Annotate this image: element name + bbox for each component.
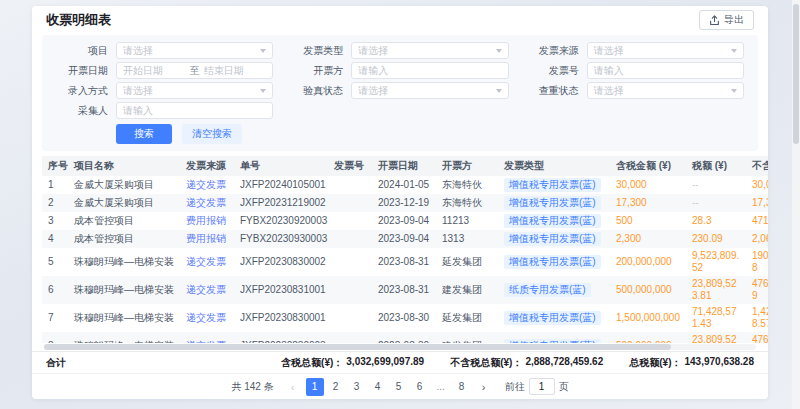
cell-source: 递交发票 <box>180 176 234 194</box>
invoice-source-label: 发票来源 <box>527 44 579 58</box>
invoice-table-scroll-area[interactable]: 序号项目名称发票来源单号发票号开票日期开票方发票类型含税金额 (¥)税额 (¥)… <box>32 156 768 343</box>
page-button-8[interactable]: 8 <box>453 378 471 396</box>
column-header-net: 不含税金额 (¥) <box>746 156 768 176</box>
next-page-button[interactable]: › <box>476 378 492 396</box>
page-button-6[interactable]: 6 <box>411 378 429 396</box>
cell-tax: 230.09 <box>686 230 746 248</box>
cell-project: 珠穆朗玛峰—电梯安装 <box>68 304 180 332</box>
cell-amount: 17,300 <box>610 194 686 212</box>
table-row[interactable]: 6珠穆朗玛峰—电梯安装递交发票JXFP202308310012023-08-31… <box>42 276 768 304</box>
vertical-scrollbar[interactable] <box>792 0 800 409</box>
cell-invoice_no <box>328 194 372 212</box>
table-row[interactable]: 1金威大厦采购项目递交发票JXFP202401050012024-01-05东海… <box>42 176 768 194</box>
collector-input-wrap <box>116 102 273 119</box>
invoice-no-label: 发票号 <box>527 64 579 78</box>
summary-item: 含税总额(¥)：3,032,699,097.89 <box>281 356 424 370</box>
cell-project: 金威大厦采购项目 <box>68 194 180 212</box>
invoice-type-tag: 增值税专用发票(蓝) <box>504 232 601 246</box>
search-button[interactable]: 搜索 <box>116 124 172 144</box>
page-button-4[interactable]: 4 <box>369 378 387 396</box>
vertical-scrollbar-thumb[interactable] <box>793 4 799 144</box>
page-button-5[interactable]: 5 <box>390 378 408 396</box>
table-row[interactable]: 8珠穆朗玛峰—电梯安装递交发票JXFP202308300032023-08-30… <box>42 332 768 343</box>
cell-issuer: 11213 <box>436 212 498 230</box>
chevron-down-icon <box>260 49 266 53</box>
cell-invoice_no <box>328 248 372 276</box>
cell-date: 2024-01-05 <box>372 176 436 194</box>
cell-order_no: JXFP20230830002 <box>234 248 328 276</box>
cell-net: 190,476,190.48 <box>746 248 768 276</box>
table-row[interactable]: 3成本管控项目费用报销FYBX202309200032023-09-041121… <box>42 212 768 230</box>
pagination-bar: 共 142 条 ‹ 123456...8 › 前往 页 <box>32 373 768 399</box>
cell-source: 递交发票 <box>180 248 234 276</box>
cell-type: 增值税专用发票(蓝) <box>498 212 610 230</box>
collector-input[interactable] <box>123 105 266 116</box>
issuer-field: 开票方 <box>291 62 508 79</box>
page-button-2[interactable]: 2 <box>327 378 345 396</box>
collector-label: 采集人 <box>56 104 108 118</box>
dup-status-label: 查重状态 <box>527 84 579 98</box>
verify-status-field: 验真状态 请选择 <box>291 82 508 99</box>
cell-amount: 200,000,000 <box>610 248 686 276</box>
cell-source: 费用报销 <box>180 212 234 230</box>
date-start-input[interactable] <box>123 65 186 76</box>
summary-item: 总税额(¥)：143,970,638.28 <box>629 356 754 370</box>
cell-type: 增值税专用发票(蓝) <box>498 304 610 332</box>
invoice-no-field: 发票号 <box>527 62 744 79</box>
table-row[interactable]: 4成本管控项目费用报销FYBX202309300032023-09-041313… <box>42 230 768 248</box>
clear-search-button[interactable]: 清空搜索 <box>182 124 242 144</box>
cell-project: 成本管控项目 <box>68 212 180 230</box>
entry-method-field: 录入方式 请选择 <box>56 82 273 99</box>
invoice-type-select[interactable]: 请选择 <box>351 42 508 59</box>
goto-page-input[interactable] <box>529 378 555 395</box>
cell-order_no: FYBX20230930003 <box>234 230 328 248</box>
cell-source: 递交发票 <box>180 304 234 332</box>
date-end-input[interactable] <box>204 65 267 76</box>
cell-invoice_no <box>328 230 372 248</box>
export-icon <box>709 15 720 26</box>
cell-type: 增值税专用发票(蓝) <box>498 332 610 343</box>
cell-project: 金威大厦采购项目 <box>68 176 180 194</box>
issuer-input[interactable] <box>358 65 501 76</box>
page-ellipsis[interactable]: ... <box>432 378 450 396</box>
page-button-1[interactable]: 1 <box>306 378 324 396</box>
cell-order_no: JXFP20230831001 <box>234 276 328 304</box>
table-header-row: 序号项目名称发票来源单号发票号开票日期开票方发票类型含税金额 (¥)税额 (¥)… <box>42 156 768 176</box>
cell-project: 珠穆朗玛峰—电梯安装 <box>68 276 180 304</box>
table-row[interactable]: 5珠穆朗玛峰—电梯安装递交发票JXFP202308300022023-08-31… <box>42 248 768 276</box>
cell-order_no: FYBX20230920003 <box>234 212 328 230</box>
invoice-date-range[interactable]: 至 <box>116 62 273 79</box>
entry-method-select[interactable]: 请选择 <box>116 82 273 99</box>
cell-invoice_no <box>328 212 372 230</box>
cell-no: 4 <box>42 230 68 248</box>
cell-date: 2023-08-30 <box>372 332 436 343</box>
table-body: 1金威大厦采购项目递交发票JXFP202401050012024-01-05东海… <box>42 176 768 343</box>
cell-net: 30,000 <box>746 176 768 194</box>
cell-source: 递交发票 <box>180 332 234 343</box>
invoice-source-select[interactable]: 请选择 <box>587 42 744 59</box>
project-select[interactable]: 请选择 <box>116 42 273 59</box>
main-panel: 收票明细表 导出 项目 请选择 发票类型 请选择 <box>32 6 768 399</box>
dup-status-select[interactable]: 请选择 <box>587 82 744 99</box>
entry-method-label: 录入方式 <box>56 84 108 98</box>
horizontal-scrollbar[interactable] <box>44 344 756 350</box>
summary-totals: 含税总额(¥)：3,032,699,097.89不含税总额(¥)：2,888,7… <box>281 356 754 370</box>
invoice-table: 序号项目名称发票来源单号发票号开票日期开票方发票类型含税金额 (¥)税额 (¥)… <box>42 156 768 343</box>
verify-status-select[interactable]: 请选择 <box>351 82 508 99</box>
export-button[interactable]: 导出 <box>699 10 754 30</box>
chevron-down-icon <box>260 89 266 93</box>
column-header-date: 开票日期 <box>372 156 436 176</box>
summary-label: 合计 <box>46 356 66 370</box>
table-row[interactable]: 2金威大厦采购项目递交发票JXFP202312190022023-12-19东海… <box>42 194 768 212</box>
invoice-no-input[interactable] <box>594 65 737 76</box>
horizontal-scrollbar-thumb[interactable] <box>44 344 671 350</box>
column-header-type: 发票类型 <box>498 156 610 176</box>
page-button-3[interactable]: 3 <box>348 378 366 396</box>
cell-date: 2023-09-04 <box>372 212 436 230</box>
cell-type: 增值税专用发票(蓝) <box>498 248 610 276</box>
verify-status-label: 验真状态 <box>291 84 343 98</box>
table-row[interactable]: 7珠穆朗玛峰—电梯安装递交发票JXFP202308300012023-08-30… <box>42 304 768 332</box>
prev-page-button[interactable]: ‹ <box>285 378 301 396</box>
cell-date: 2023-08-31 <box>372 248 436 276</box>
cell-amount: 1,500,000,000 <box>610 304 686 332</box>
